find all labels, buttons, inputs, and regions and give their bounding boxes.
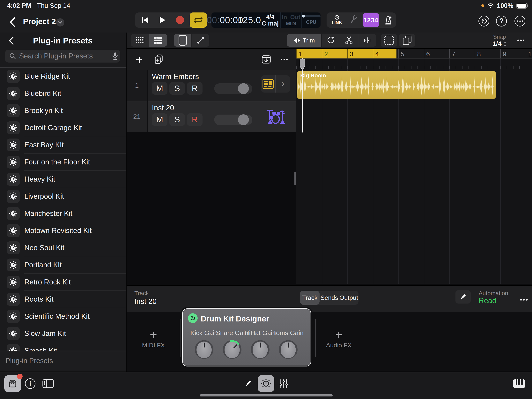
track-scrollbar[interactable] — [294, 171, 296, 186]
plugin-preset-item[interactable]: Detroit Garage Kit — [0, 119, 126, 136]
track-volume-slider[interactable] — [214, 115, 252, 125]
plugin-preset-item[interactable]: Heavy Kit — [0, 171, 126, 188]
help-button[interactable]: ? — [496, 16, 507, 26]
home-indicator[interactable] — [200, 394, 333, 396]
back-chevron-button[interactable] — [7, 16, 18, 28]
marquee-select-button[interactable] — [381, 34, 397, 47]
pencil-edit-button[interactable] — [241, 377, 255, 390]
list-view-button[interactable] — [149, 34, 167, 47]
tuner-icon[interactable] — [346, 13, 360, 28]
track-more-button[interactable] — [278, 53, 291, 66]
paste-button[interactable] — [399, 34, 415, 47]
add-midi-fx-button[interactable]: + MIDI FX — [138, 329, 169, 349]
volume-slider-knob[interactable] — [238, 114, 249, 125]
plugin-preset-item[interactable]: Slow Jam Kit — [0, 325, 126, 342]
tab-track[interactable]: Track — [300, 291, 320, 305]
beat-ruler[interactable] — [296, 58, 532, 70]
plugin-preset-item[interactable]: Manchester Kit — [0, 205, 126, 222]
loop-tool-button[interactable] — [321, 34, 340, 47]
hihat-gain-knob[interactable]: HiHat Gain — [250, 340, 270, 361]
link-button[interactable]: LINK — [329, 13, 345, 28]
info-button[interactable]: i — [25, 378, 35, 389]
plugin-preset-item[interactable]: Portland Kit — [0, 256, 126, 274]
toms-gain-knob[interactable]: Toms Gain — [279, 340, 298, 361]
plugin-preset-item[interactable]: Roots Kit — [0, 291, 126, 308]
track-volume-slider[interactable] — [214, 83, 252, 94]
plugin-card-drum-kit-designer[interactable]: Drum Kit Designer Kick Gain Snare Gain H… — [182, 309, 311, 367]
plugin-preset-item[interactable]: Neo Soul Kit — [0, 239, 126, 256]
plugin-preset-item[interactable]: Bluebird Kit — [0, 85, 126, 102]
smart-controls-button[interactable] — [258, 375, 274, 392]
plugin-preset-item[interactable]: East Bay Kit — [0, 136, 126, 154]
grid-view-button[interactable] — [131, 34, 149, 47]
edit-more-button[interactable] — [513, 34, 529, 46]
keyboard-button[interactable] — [512, 377, 526, 390]
track-controls-button[interactable] — [41, 377, 55, 390]
plugin-preset-item[interactable]: Scientific Method Kit — [0, 308, 126, 325]
snap-control[interactable]: Snap 1/4 — [488, 34, 511, 48]
lcd-midi-cell[interactable]: In Out MIDI — [280, 13, 301, 28]
search-input[interactable] — [19, 52, 112, 60]
plugin-preset-item[interactable]: Retro Rock Kit — [0, 274, 126, 291]
more-options-button[interactable] — [514, 16, 525, 26]
lcd-display[interactable]: 00:00:00 125.0 4/4 C maj In Out MIDI CPU — [211, 13, 321, 28]
track-row-inst-20[interactable]: 21 Inst 20 M S R — [127, 101, 296, 133]
split-tool-button[interactable] — [340, 34, 358, 47]
drum-machine-icon[interactable] — [261, 75, 275, 93]
region-big-room[interactable]: Big Room — [297, 71, 496, 99]
project-title[interactable]: Project 2 — [23, 17, 56, 26]
metronome-button[interactable] — [381, 13, 395, 28]
timeline[interactable]: 12345678910 Big Room — [296, 49, 532, 284]
plugin-preset-item[interactable]: Liverpool Kit — [0, 188, 126, 205]
rewind-button[interactable] — [137, 13, 153, 28]
plugin-power-button[interactable] — [188, 313, 198, 323]
mixer-button[interactable] — [277, 377, 290, 390]
playhead-handle[interactable] — [300, 59, 305, 71]
project-menu-chevron[interactable] — [56, 18, 64, 26]
add-track-button[interactable]: + — [133, 53, 146, 66]
record-enable-button[interactable]: R — [187, 113, 203, 126]
plugin-preset-item[interactable]: Blue Ridge Kit — [0, 68, 126, 85]
instrument-button[interactable]: › — [261, 75, 290, 93]
automation-button[interactable] — [191, 34, 209, 47]
plugin-preset-item[interactable]: Four on the Floor Kit — [0, 154, 126, 171]
instrument-detail-chevron[interactable]: › — [275, 75, 290, 93]
cycle-loop-button[interactable] — [190, 13, 207, 28]
kick-gain-knob[interactable]: Kick Gain — [194, 340, 214, 361]
lcd-tempo-cell[interactable]: 125.0 — [239, 13, 260, 28]
automation-pencil-button[interactable] — [456, 290, 471, 303]
record-enable-button[interactable]: R — [187, 82, 203, 95]
bar-ruler[interactable]: 12345678910 — [296, 49, 532, 58]
undo-button[interactable] — [478, 16, 489, 26]
duplicate-track-button[interactable] — [152, 53, 165, 66]
panel-more-button[interactable] — [516, 294, 532, 305]
add-audio-fx-button[interactable]: + Audio FX — [323, 329, 355, 349]
gain-tool-button[interactable] — [358, 34, 376, 47]
count-in-button[interactable]: 1234 — [363, 13, 379, 27]
snare-gain-knob[interactable]: Snare Gain — [222, 340, 242, 361]
automation-mode[interactable]: Read — [479, 296, 496, 305]
plugin-preset-item[interactable]: Motown Revisited Kit — [0, 222, 126, 239]
mute-button[interactable]: M — [152, 113, 167, 126]
record-button[interactable] — [172, 13, 188, 28]
play-button[interactable] — [155, 13, 170, 28]
lcd-cpu-cell[interactable]: CPU — [301, 13, 321, 28]
track-row-warm-embers[interactable]: 1 Warm Embers M S R › — [127, 70, 296, 101]
lcd-key-cell[interactable]: 4/4 C maj — [260, 13, 280, 28]
plugin-preset-item[interactable]: Smash Kit — [0, 342, 126, 351]
lcd-time-cell[interactable]: 00:00:00 — [211, 13, 239, 28]
mic-dictation-icon[interactable] — [112, 52, 118, 60]
solo-button[interactable]: S — [169, 113, 185, 126]
region-edit-button[interactable] — [174, 34, 191, 47]
volume-slider-knob[interactable] — [238, 83, 249, 94]
loop-browser-button[interactable] — [4, 375, 21, 392]
tab-output[interactable]: Output — [339, 291, 359, 305]
solo-button[interactable]: S — [169, 82, 185, 95]
mute-button[interactable]: M — [152, 82, 167, 95]
search-field[interactable] — [5, 50, 120, 63]
drum-kit-icon[interactable] — [261, 106, 290, 127]
tab-sends[interactable]: Sends — [320, 291, 339, 305]
import-button[interactable] — [259, 53, 273, 66]
plugin-preset-item[interactable]: Brooklyn Kit — [0, 102, 126, 119]
trim-tool-button[interactable]: Trim — [287, 34, 321, 47]
